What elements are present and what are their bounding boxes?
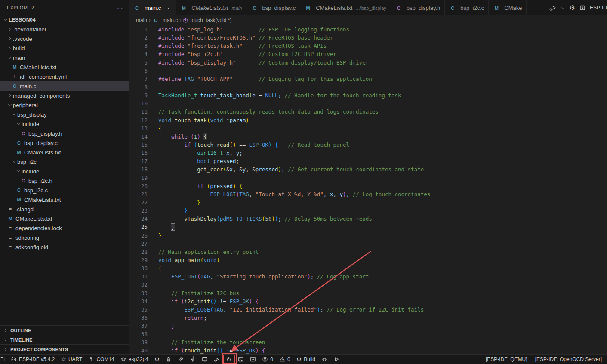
status-lightning[interactable] bbox=[187, 355, 199, 364]
tab-cmake[interactable]: MCMake bbox=[489, 0, 527, 15]
tree-file-cmakelists-txt[interactable]: MCMakeLists.txt bbox=[0, 62, 129, 72]
line-number[interactable]: 1 bbox=[129, 25, 148, 34]
settings-gear-icon[interactable]: ⚙ bbox=[570, 5, 575, 11]
line-number[interactable]: 19 bbox=[129, 174, 148, 182]
line-number[interactable]: 32 bbox=[129, 281, 148, 289]
status-flame[interactable] bbox=[223, 355, 235, 364]
line-number[interactable]: 28 bbox=[129, 248, 148, 256]
line-number[interactable]: 26 bbox=[129, 231, 148, 240]
tree-file-cmakelists-txt[interactable]: MCMakeLists.txt bbox=[0, 214, 129, 223]
status-wrench[interactable] bbox=[175, 355, 187, 364]
esp-idf-action-label[interactable]: ESP-ID bbox=[590, 5, 607, 11]
line-number[interactable]: 12 bbox=[129, 116, 148, 124]
tree-folder-managed-components[interactable]: managed_components bbox=[0, 91, 129, 100]
tree-file-bsp-i2c-c[interactable]: Cbsp_i2c.c bbox=[0, 185, 129, 195]
line-number[interactable]: 33 bbox=[129, 289, 148, 297]
tree-folder-include[interactable]: include bbox=[0, 167, 129, 176]
tree-folder-bsp-display[interactable]: bsp_display bbox=[0, 110, 129, 119]
tree-folder--devcontainer[interactable]: .devcontainer bbox=[0, 25, 129, 34]
status-warning-0[interactable]: 0 bbox=[276, 355, 293, 364]
tree-folder-include[interactable]: include bbox=[0, 119, 129, 129]
line-number[interactable]: 39 bbox=[129, 338, 148, 346]
status--esp-idf-openocd-server-[interactable]: [ESP-IDF: OpenOCD Server] bbox=[535, 356, 602, 362]
tab-bsp-display-c[interactable]: Cbsp_display.c bbox=[246, 0, 300, 15]
line-number[interactable]: 18 bbox=[129, 165, 148, 173]
line-number[interactable]: 17 bbox=[129, 157, 148, 165]
status-gear-build[interactable]: ⚙Build bbox=[293, 355, 318, 364]
line-number[interactable]: 30 bbox=[129, 264, 148, 272]
tree-file-bsp-i2c-h[interactable]: Cbsp_i2c.h bbox=[0, 176, 129, 185]
line-number[interactable]: 8 bbox=[129, 83, 148, 91]
status-bug[interactable] bbox=[318, 355, 330, 364]
line-number[interactable]: 14 bbox=[129, 133, 148, 141]
tree-file--clangd[interactable]: ≡.clangd bbox=[0, 204, 129, 214]
status-monitor[interactable] bbox=[199, 355, 211, 364]
line-number[interactable]: 37 bbox=[129, 322, 148, 330]
line-number[interactable]: 38 bbox=[129, 330, 148, 338]
status-plug-com14[interactable]: COM14 bbox=[85, 355, 117, 364]
line-number[interactable]: 9 bbox=[129, 91, 148, 99]
tab-cmakelists-txt[interactable]: MCMakeLists.txtmain bbox=[176, 0, 246, 15]
tree-file-sdkconfig[interactable]: ≡sdkconfig bbox=[0, 233, 129, 242]
tab-bsp-i2c-c[interactable]: Cbsp_i2c.c bbox=[445, 0, 489, 15]
line-number[interactable]: 4 bbox=[129, 50, 148, 58]
tree-file-main-c[interactable]: Cmain.c bbox=[0, 81, 129, 91]
more-actions-icon[interactable]: ⋯ bbox=[117, 4, 123, 11]
tree-file-dependencies-lock[interactable]: ≡dependencies.lock bbox=[0, 223, 129, 233]
sidebar-pane-project-components[interactable]: PROJECT COMPONENTS bbox=[0, 345, 129, 354]
line-number[interactable]: 15 bbox=[129, 141, 148, 149]
status-trash[interactable] bbox=[163, 355, 175, 364]
line-number[interactable]: 25 bbox=[129, 223, 148, 231]
breadcrumb-segment-0[interactable]: main bbox=[136, 17, 147, 23]
tree-folder-peripheral[interactable]: peripheral bbox=[0, 100, 129, 110]
tree-folder-lesson04[interactable]: LESSON04 bbox=[0, 15, 129, 25]
line-number[interactable]: 13 bbox=[129, 124, 148, 133]
status-terminal[interactable] bbox=[235, 355, 247, 364]
breadcrumb-segment-2[interactable]: touch_task(void *) bbox=[183, 17, 231, 23]
line-number[interactable]: 35 bbox=[129, 305, 148, 314]
tree-file-cmakelists-txt[interactable]: MCMakeLists.txt bbox=[0, 195, 129, 204]
line-number[interactable]: 20 bbox=[129, 182, 148, 190]
close-icon[interactable] bbox=[166, 6, 171, 11]
line-number[interactable]: 34 bbox=[129, 297, 148, 305]
status--esp-idf-qemu-[interactable]: [ESP-IDF: QEMU] bbox=[486, 356, 527, 362]
status-star-uart[interactable]: ☆UART bbox=[58, 355, 85, 364]
tree-folder--vscode[interactable]: .vscode bbox=[0, 34, 129, 43]
tree-file-bsp-display-c[interactable]: Cbsp_display.c bbox=[0, 138, 129, 148]
line-number[interactable]: 31 bbox=[129, 272, 148, 281]
line-number[interactable]: 29 bbox=[129, 256, 148, 264]
status-error-0[interactable]: 0 bbox=[259, 355, 276, 364]
line-number[interactable]: 7 bbox=[129, 75, 148, 83]
line-number[interactable]: 3 bbox=[129, 42, 148, 50]
status-chip-esp32p4[interactable]: esp32p4 bbox=[117, 355, 151, 364]
tree-file-bsp-display-h[interactable]: Cbsp_display.h bbox=[0, 129, 129, 138]
line-number[interactable]: 5 bbox=[129, 59, 148, 67]
breadcrumb-segment-1[interactable]: Cmain.c bbox=[152, 17, 178, 23]
line-number[interactable]: 6 bbox=[129, 67, 148, 75]
tree-file-cmakelists-txt[interactable]: MCMakeLists.txt bbox=[0, 148, 129, 157]
line-number[interactable]: 36 bbox=[129, 314, 148, 322]
line-number[interactable]: 2 bbox=[129, 34, 148, 42]
tab-cmakelists-txt[interactable]: MCMakeLists.txt...\bsp_display bbox=[300, 0, 391, 15]
status-briefcase[interactable] bbox=[0, 355, 8, 364]
tree-folder-main[interactable]: main bbox=[0, 53, 129, 62]
tree-file-sdkconfig-old[interactable]: ≡sdkconfig.old bbox=[0, 242, 129, 252]
status-debug-run[interactable] bbox=[211, 355, 223, 364]
line-number[interactable]: 10 bbox=[129, 99, 148, 108]
status-gear[interactable]: ⚙ bbox=[151, 355, 163, 364]
tree-folder-build[interactable]: build bbox=[0, 43, 129, 53]
tab-main-c[interactable]: Cmain.c bbox=[129, 0, 176, 15]
tree-file-idf-component-yml[interactable]: !idf_component.yml bbox=[0, 72, 129, 81]
line-number[interactable]: 23 bbox=[129, 207, 148, 215]
code-editor[interactable]: 1#include "esp_log.h" // ESP-IDF logging… bbox=[129, 25, 607, 354]
status-play[interactable] bbox=[330, 355, 342, 364]
tab-bsp-display-h[interactable]: Cbsp_display.h bbox=[391, 0, 445, 15]
status-espressif-esp-idf-v5-4-2[interactable]: ESP-IDF v5.4.2 bbox=[8, 355, 58, 364]
status-box-arrow[interactable] bbox=[247, 355, 259, 364]
sidebar-pane-outline[interactable]: OUTLINE bbox=[0, 326, 129, 335]
line-number[interactable]: 24 bbox=[129, 215, 148, 223]
line-number[interactable]: 22 bbox=[129, 198, 148, 207]
line-number[interactable]: 16 bbox=[129, 149, 148, 157]
tree-folder-bsp-i2c[interactable]: bsp_i2c bbox=[0, 157, 129, 167]
line-number[interactable]: 40 bbox=[129, 346, 148, 354]
